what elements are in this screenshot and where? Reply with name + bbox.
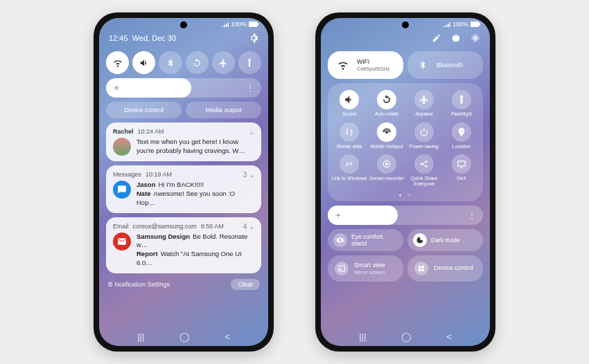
share-icon <box>419 159 429 169</box>
smart-view-tile[interactable]: Smart viewMirror screen <box>328 255 403 282</box>
quick-settings-grid: Sound Auto rotate Airplane Flashlight Mo… <box>328 83 483 201</box>
expand-icon[interactable]: ⌄ <box>249 223 254 230</box>
qs-record[interactable]: Screen recorder <box>368 154 405 186</box>
qs-hotspot[interactable]: Mobile Hotspot <box>368 122 405 149</box>
qs-label: Flashlight <box>451 111 472 117</box>
svg-point-10 <box>425 161 427 163</box>
edit-icon[interactable] <box>432 33 441 43</box>
qs-power[interactable]: Power saving <box>405 122 443 149</box>
battery-pct: 100% <box>452 21 468 28</box>
back-button[interactable]: < <box>225 331 230 342</box>
device-control-tile[interactable]: Device control <box>407 255 483 282</box>
qs-dex[interactable]: DeX <box>443 154 480 186</box>
notification-settings-link[interactable]: ⚙ Notification Settings <box>107 281 170 288</box>
notif-time: 10:19 AM <box>146 171 172 178</box>
qs-label: Power saving <box>410 144 439 149</box>
tile-sub: Mirror screen <box>354 269 385 275</box>
battery-pct: 100% <box>231 21 247 28</box>
qs-rotate[interactable]: Auto rotate <box>368 90 405 117</box>
notification-card[interactable]: Emailcoreux@samsung.com9:56 AM 4 ⌄ Samsu… <box>106 217 261 273</box>
link-icon <box>344 159 354 169</box>
brightness-slider[interactable]: ⋮ <box>328 206 483 225</box>
clear-button[interactable]: Clear <box>231 279 260 290</box>
sound-toggle[interactable] <box>132 51 155 74</box>
qs-airplane[interactable]: Airplane <box>405 90 443 117</box>
power-icon <box>419 127 429 137</box>
bluetooth-toggle[interactable] <box>159 51 182 74</box>
power-icon[interactable] <box>451 33 461 43</box>
slider-more-icon[interactable]: ⋮ <box>468 210 476 220</box>
back-button[interactable]: < <box>446 331 452 342</box>
qs-label: Link to Windows <box>332 176 367 181</box>
qs-link[interactable]: Link to Windows <box>331 154 368 186</box>
sound-icon <box>344 95 354 104</box>
bluetooth-tile[interactable]: Bluetooth <box>407 51 483 79</box>
camera-hole <box>180 21 187 28</box>
media-output-button[interactable]: Media output <box>186 102 261 118</box>
battery-icon <box>471 21 480 27</box>
battery-icon <box>249 21 258 27</box>
hotspot-icon <box>382 127 392 137</box>
notif-sub: coreux@samsung.com <box>133 223 197 230</box>
pill-label: Dark mode <box>431 237 460 244</box>
qs-data[interactable]: Mobile data <box>331 122 368 149</box>
home-button[interactable]: ◯ <box>179 331 190 342</box>
airplane-icon <box>419 95 429 104</box>
nav-bar: ||| ◯ < <box>99 331 268 342</box>
tile-label: Device control <box>434 264 473 272</box>
qs-location[interactable]: Location <box>443 122 480 149</box>
recents-button[interactable]: ||| <box>137 331 144 342</box>
qs-share[interactable]: Quick Share Everyone <box>405 154 443 186</box>
avatar <box>113 233 131 251</box>
brightness-slider[interactable]: ⋮ <box>106 78 261 98</box>
settings-icon[interactable] <box>471 33 480 43</box>
flashlight-toggle[interactable] <box>238 51 261 74</box>
expand-icon[interactable]: ⌄ <box>249 171 254 179</box>
wifi-tile[interactable]: WiFiCellSpot5GHz <box>328 51 403 79</box>
avatar <box>113 181 131 199</box>
phone-left: 100% 12:45 Wed, Dec 30 ⋮ Device control … <box>94 12 274 352</box>
pill-label: Eye comfort shield <box>351 233 398 247</box>
brightness-icon <box>113 84 120 91</box>
notif-time: 9:56 AM <box>201 223 224 230</box>
rotate-toggle[interactable] <box>186 51 209 74</box>
svg-rect-12 <box>458 161 466 166</box>
time: 12:45 <box>109 34 128 42</box>
qs-label: Mobile data <box>337 144 362 149</box>
qs-sound[interactable]: Sound <box>331 90 368 117</box>
eye-comfort-toggle[interactable]: Eye comfort shield <box>328 229 403 251</box>
slider-more-icon[interactable]: ⋮ <box>246 83 254 93</box>
recents-button[interactable]: ||| <box>359 331 366 342</box>
home-button[interactable]: ◯ <box>401 331 412 342</box>
qs-label: Mobile Hotspot <box>371 144 403 149</box>
tile-label: WiFi <box>357 58 390 66</box>
qs-flashlight[interactable]: Flashlight <box>443 90 480 117</box>
device-control-button[interactable]: Device control <box>106 102 182 118</box>
notification-card[interactable]: Messages10:19 AM 3 ⌄ JasonHi I'm BACK!!!… <box>106 165 261 212</box>
flashlight-icon <box>457 95 466 104</box>
airplane-toggle[interactable] <box>212 51 235 74</box>
quick-toggles <box>106 51 261 74</box>
tile-label: Smart view <box>354 262 385 269</box>
svg-rect-4 <box>479 23 480 26</box>
msg-sender: Samsung Design <box>137 233 190 240</box>
svg-rect-0 <box>249 21 257 27</box>
header: 12:45 Wed, Dec 30 <box>106 29 261 47</box>
dark-mode-toggle[interactable]: Dark mode <box>407 229 483 251</box>
qs-label: Sound <box>342 111 356 117</box>
qs-label: DeX <box>457 176 466 181</box>
expand-icon[interactable]: ⌄ <box>249 128 254 136</box>
camera-hole <box>402 21 409 28</box>
location-icon <box>457 127 466 137</box>
notif-count: 3 <box>243 171 247 179</box>
brightness-icon <box>335 212 342 219</box>
grid-icon <box>417 264 425 273</box>
notification-card[interactable]: Rachel10:24 AM ⌄ Text me when you get he… <box>106 122 261 161</box>
msg-sender: Report <box>137 250 158 257</box>
avatar <box>113 138 131 156</box>
page-indicator: ● ○ <box>331 192 480 197</box>
settings-icon[interactable] <box>249 33 258 43</box>
dex-icon <box>457 159 466 169</box>
wifi-toggle[interactable] <box>106 51 129 74</box>
screen-right: 100% WiFiCellSpot5GHz Bluetooth Sound Au… <box>321 18 490 346</box>
